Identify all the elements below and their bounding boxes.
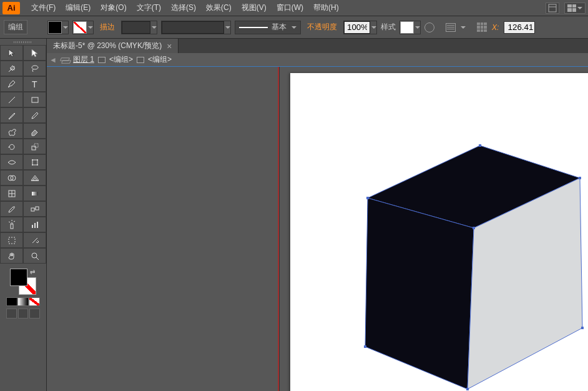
svg-point-9 [32, 159, 33, 161]
document-tab-bar: 未标题-5* @ 230% (CMYK/预览) × [47, 39, 588, 53]
symbol-sprayer-tool[interactable] [0, 217, 23, 232]
control-bar: 编组 描边 基本 不透明度 样式 X: [0, 16, 588, 39]
width-tool[interactable] [0, 154, 23, 170]
line-tool[interactable] [0, 92, 23, 107]
artboard: jingy [290, 73, 588, 391]
svg-rect-19 [11, 224, 13, 229]
fill-swatch[interactable] [47, 21, 69, 34]
stroke-swatch[interactable] [72, 21, 94, 34]
stroke-weight-input[interactable] [121, 21, 157, 34]
menu-select[interactable]: 选择(S) [166, 2, 201, 13]
pen-tool[interactable] [0, 76, 23, 92]
x-coordinate-label: X: [491, 23, 500, 32]
draw-inside-icon[interactable] [29, 309, 40, 319]
column-graph-tool[interactable] [23, 217, 46, 232]
svg-rect-33 [364, 345, 366, 348]
shape-builder-tool[interactable] [0, 170, 23, 186]
hand-tool[interactable] [0, 248, 23, 264]
color-mode-fill[interactable] [6, 297, 17, 306]
svg-rect-31 [579, 177, 581, 179]
stroke-label[interactable]: 描边 [97, 22, 117, 32]
swap-fill-stroke-icon[interactable]: ⇄ [30, 269, 36, 275]
opacity-input[interactable] [343, 21, 377, 34]
lasso-tool[interactable] [23, 61, 46, 76]
chevron-down-icon [292, 26, 296, 29]
menu-edit[interactable]: 编辑(E) [61, 2, 96, 13]
breadcrumb-back-icon[interactable]: ◄ [49, 56, 57, 64]
svg-marker-27 [365, 198, 474, 389]
rectangle-tool[interactable] [23, 92, 46, 107]
menu-bar: Ai 文件(F) 编辑(E) 对象(O) 文字(T) 选择(S) 效果(C) 视… [0, 0, 588, 16]
recolor-artwork-icon[interactable] [424, 22, 434, 32]
svg-point-24 [32, 253, 37, 258]
menu-effect[interactable]: 效果(C) [201, 2, 237, 13]
breadcrumb-group-2[interactable]: <编组> [148, 54, 172, 65]
svg-rect-18 [36, 207, 39, 210]
arrange-documents-icon[interactable] [546, 2, 559, 14]
eraser-tool[interactable] [23, 123, 46, 139]
opacity-field[interactable] [344, 21, 370, 34]
breadcrumb-layer[interactable]: 图层 1 [73, 54, 94, 65]
svg-point-2 [32, 66, 38, 69]
blob-brush-tool[interactable] [0, 123, 23, 139]
rotate-tool[interactable] [0, 139, 23, 154]
layers-icon [61, 56, 69, 64]
stroke-weight-field[interactable] [122, 21, 150, 34]
selection-tool[interactable] [0, 45, 23, 61]
svg-rect-5 [32, 97, 38, 102]
eyedropper-tool[interactable] [0, 201, 23, 217]
scale-tool[interactable] [23, 139, 46, 154]
brush-definition[interactable]: 基本 [235, 21, 301, 34]
svg-rect-7 [34, 144, 38, 147]
x-coordinate-field[interactable] [504, 21, 535, 34]
type-tool[interactable]: T [23, 76, 46, 92]
magic-wand-tool[interactable] [0, 61, 23, 76]
svg-line-4 [9, 97, 15, 103]
style-label[interactable]: 样式 [381, 22, 396, 32]
breadcrumb-group-1[interactable]: <编组> [109, 54, 133, 65]
opacity-label[interactable]: 不透明度 [305, 22, 340, 32]
color-mode-gradient[interactable] [17, 297, 29, 306]
panel-grip[interactable] [0, 39, 46, 45]
variable-width-profile[interactable] [161, 21, 231, 34]
svg-rect-23 [9, 237, 15, 244]
direct-selection-tool[interactable] [23, 45, 46, 61]
svg-rect-34 [466, 388, 469, 390]
group-icon [98, 57, 105, 63]
free-transform-tool[interactable] [23, 154, 46, 170]
artboard-tool[interactable] [0, 232, 23, 248]
svg-point-10 [37, 159, 38, 161]
zoom-tool[interactable] [23, 248, 46, 264]
chevron-down-icon [152, 26, 157, 29]
align-icon[interactable] [446, 23, 456, 32]
workspace-switcher[interactable] [564, 2, 586, 14]
draw-behind-icon[interactable] [18, 309, 29, 319]
gradient-tool[interactable] [23, 186, 46, 201]
close-tab-icon[interactable]: × [167, 41, 172, 51]
perspective-grid-tool[interactable] [23, 170, 46, 186]
svg-rect-6 [32, 146, 36, 150]
blend-tool[interactable] [23, 201, 46, 217]
slice-tool[interactable] [23, 232, 46, 248]
document-tab[interactable]: 未标题-5* @ 230% (CMYK/预览) × [47, 39, 179, 53]
mesh-tool[interactable] [0, 186, 23, 201]
canvas-viewport[interactable]: jingy [47, 67, 588, 391]
paintbrush-tool[interactable] [0, 107, 23, 123]
pencil-tool[interactable] [23, 107, 46, 123]
svg-rect-21 [34, 223, 36, 228]
fill-color-swatch[interactable] [10, 269, 27, 286]
menu-window[interactable]: 窗口(W) [272, 2, 308, 13]
cube-artwork[interactable] [361, 141, 586, 389]
svg-point-12 [37, 164, 38, 166]
svg-rect-29 [366, 197, 369, 199]
menu-type[interactable]: 文字(T) [132, 2, 166, 13]
graphic-style-swatch[interactable] [399, 21, 421, 34]
draw-normal-icon[interactable] [6, 309, 17, 319]
menu-view[interactable]: 视图(V) [237, 2, 272, 13]
transform-icon[interactable] [477, 22, 487, 32]
menu-file[interactable]: 文件(F) [26, 2, 61, 13]
menu-object[interactable]: 对象(O) [96, 2, 131, 13]
chevron-down-icon [88, 26, 93, 29]
color-mode-none[interactable] [29, 297, 40, 306]
menu-help[interactable]: 帮助(H) [308, 2, 344, 13]
